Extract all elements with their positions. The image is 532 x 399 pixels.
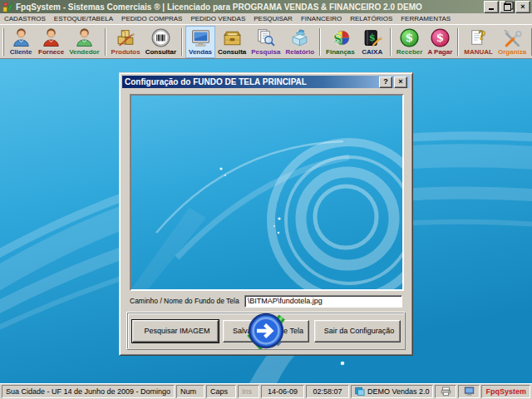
config-dialog: Configuração do FUNDO DE TELA PRINCIPAL …	[119, 72, 413, 356]
monitor-icon	[190, 27, 211, 48]
status-location: Sua Cidade - UF 14 de Junho de 2009 - Do…	[2, 385, 175, 398]
toolbar-button-label: Fornece	[38, 48, 64, 57]
person-blue-icon	[11, 27, 32, 48]
window-title: FpqSystem - Sistemas Comerciais ® | Lice…	[16, 2, 422, 12]
svg-text:?: ?	[479, 28, 486, 42]
desktop-background: Configuração do FUNDO DE TELA PRINCIPAL …	[0, 59, 532, 383]
menu-item-relat-rios[interactable]: RELATÓRIOS	[346, 14, 397, 23]
toolbar-button-fornece[interactable]: Fornece	[36, 26, 66, 58]
minimize-button[interactable]	[484, 1, 499, 13]
toolbar-button-pesquisa[interactable]: Pesquisa	[249, 26, 283, 58]
exit-config-button[interactable]: Sair da Configuração	[314, 320, 401, 342]
status-time: 02:58:07	[306, 385, 349, 398]
path-input[interactable]	[244, 295, 402, 308]
toolbar-button-label: Finanças	[326, 48, 355, 57]
docs-magnifier-icon	[255, 27, 276, 48]
toolbar-button-label: Consultar	[145, 48, 176, 57]
manual-doc-icon: ?	[468, 27, 489, 48]
status-insert-mode: Ins	[238, 385, 259, 398]
toolbar-gripper[interactable]	[2, 28, 4, 56]
toolbar-button-produtos[interactable]: Produtos	[109, 26, 143, 58]
dialog-button-panel: Pesquisar IMAGEM Salvar Fundo de Tela Sa…	[126, 312, 406, 350]
toolbar-separator	[181, 28, 183, 56]
status-brand: FpqSystem	[481, 385, 530, 398]
toolbar-button-label: Relatório	[285, 48, 314, 57]
status-printer[interactable]	[435, 385, 456, 398]
dialog-close-button[interactable]: ×	[394, 76, 407, 88]
svg-text:$: $	[436, 31, 444, 44]
drawer-icon	[222, 27, 243, 48]
status-num-lock: Num	[176, 385, 204, 398]
dialog-title: Configuração do FUNDO DE TELA PRINCIPAL	[125, 77, 307, 86]
app-logo-icon	[2, 2, 13, 12]
window-titlebar: FpqSystem - Sistemas Comerciais ® | Lice…	[0, 0, 532, 13]
toolbar-button-label: Cliente	[10, 48, 32, 57]
dollar-pie-icon: $	[330, 27, 351, 48]
tools-icon	[502, 27, 523, 48]
toolbar-button-financas[interactable]: $Finanças	[323, 26, 357, 58]
person-green-icon	[74, 27, 95, 48]
toolbar-button-vendas[interactable]: Vendas	[185, 26, 215, 58]
wallpaper-preview	[130, 94, 404, 291]
menu-item-pesquisar[interactable]: PESQUISAR	[249, 14, 297, 23]
ledger-book-icon: $	[362, 27, 382, 48]
close-button[interactable]: ×	[515, 1, 530, 13]
application-window: FpqSystem - Sistemas Comerciais ® | Lice…	[0, 0, 532, 399]
toolbar-button-vendedor[interactable]: Vendedor	[66, 26, 101, 58]
menu-item-cadastros[interactable]: CADASTROS	[0, 14, 50, 23]
toolbar-button-manual[interactable]: ?MANUAL	[461, 26, 495, 58]
toolbar-separator	[390, 28, 392, 56]
path-row: Caminho / Nome do Fundo de Tela	[130, 294, 402, 308]
barcode-icon	[150, 27, 171, 48]
dollar-sphere-green-icon: $	[399, 27, 420, 48]
toolbar-separator	[319, 28, 321, 56]
dollar-sphere-red-icon: $	[430, 27, 451, 48]
dialog-titlebar: Configuração do FUNDO DE TELA PRINCIPAL …	[122, 76, 410, 88]
toolbar-separator	[105, 28, 106, 56]
toolbar-button-label: Vendas	[189, 48, 212, 57]
menu-item-ferramentas[interactable]: FERRAMENTAS	[397, 14, 455, 23]
status-bar: Sua Cidade - UF 14 de Junho de 2009 - Do…	[0, 383, 532, 399]
preview-wallpaper-image	[131, 96, 402, 289]
toolbar-button-label: Receber	[397, 48, 423, 57]
boxes-icon	[116, 27, 136, 48]
restore-button[interactable]	[500, 1, 515, 13]
status-demo-text: DEMO Vendas 2.0	[367, 386, 430, 397]
toolbar-button-relatorio[interactable]: Relatório	[283, 26, 317, 58]
toolbar-button-caixa[interactable]: $CAIXA	[357, 26, 387, 58]
menu-item-pedido-vendas[interactable]: PEDIDO VENDAS	[186, 14, 249, 23]
menu-item-financeiro[interactable]: FINANCEIRO	[297, 14, 346, 23]
toolbar-button-label: A Pagar	[427, 48, 452, 57]
open-box-icon	[289, 27, 310, 48]
toolbar-button-label: Organiza	[498, 48, 526, 57]
svg-text:$: $	[332, 29, 342, 46]
display-icon	[464, 387, 475, 397]
toolbar-button-organiza[interactable]: Organiza	[495, 26, 529, 58]
svg-text:$: $	[406, 31, 413, 44]
toolbar-button-label: Pesquisa	[251, 48, 280, 57]
toolbar-button-a-pagar[interactable]: $A Pagar	[425, 26, 455, 58]
status-demo-version: DEMO Vendas 2.0	[351, 385, 434, 398]
menu-bar: CADASTROSESTOQUE/TABELAPEDIDO COMPRASPED…	[0, 13, 532, 25]
toolbar-button-cliente[interactable]: Cliente	[6, 26, 36, 58]
status-date: 14-06-09	[261, 385, 304, 398]
toolbar-button-label: Vendedor	[69, 48, 99, 57]
toolbar-button-label: MANUAL	[464, 48, 493, 57]
toolbar-button-label: Produtos	[111, 48, 140, 57]
path-label: Caminho / Nome do Fundo de Tela	[130, 297, 239, 305]
printer-icon	[441, 387, 451, 397]
menu-item-estoque-tabela[interactable]: ESTOQUE/TABELA	[50, 14, 117, 23]
person-red-icon	[41, 27, 62, 48]
status-caps-lock: Caps	[206, 385, 236, 398]
dialog-help-button[interactable]: ?	[379, 76, 392, 88]
toolbar-button-consultar[interactable]: Consultar	[143, 26, 179, 58]
toolbar: ClienteForneceVendedorProdutosConsultarV…	[0, 24, 532, 59]
toolbar-button-consulta[interactable]: Consulta	[215, 26, 249, 58]
toolbar-button-receber[interactable]: $Receber	[394, 26, 426, 58]
toolbar-button-label: CAIXA	[362, 48, 382, 57]
demo-badge-icon	[355, 387, 365, 396]
toolbar-separator	[457, 28, 459, 56]
status-display[interactable]	[458, 385, 480, 398]
svg-text:$: $	[369, 32, 376, 43]
menu-item-pedido-compras[interactable]: PEDIDO COMPRAS	[117, 14, 186, 23]
